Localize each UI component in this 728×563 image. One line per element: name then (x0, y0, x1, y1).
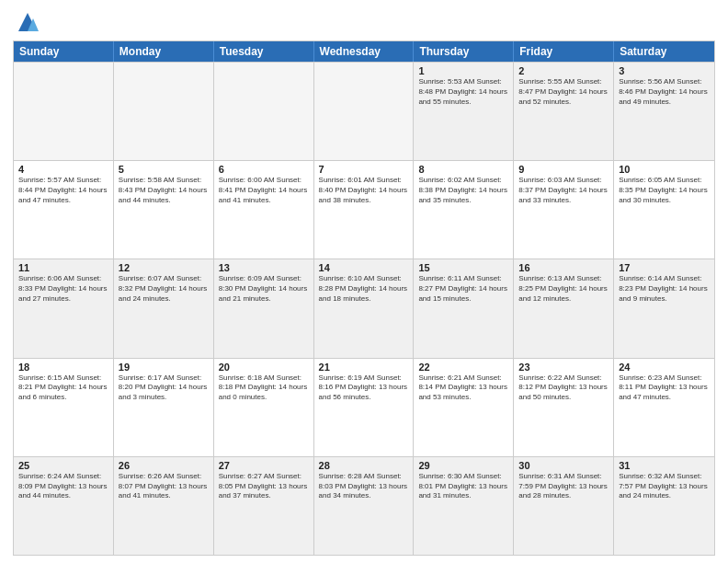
day-number: 27 (219, 460, 309, 471)
day-info: Sunrise: 5:53 AM Sunset: 8:48 PM Dayligh… (418, 77, 508, 107)
cal-cell-4-5: 30Sunrise: 6:31 AM Sunset: 7:59 PM Dayli… (514, 457, 614, 555)
cal-cell-3-4: 22Sunrise: 6:21 AM Sunset: 8:14 PM Dayli… (414, 359, 514, 456)
cal-cell-0-4: 1Sunrise: 5:53 AM Sunset: 8:48 PM Daylig… (414, 63, 514, 160)
day-info: Sunrise: 6:18 AM Sunset: 8:18 PM Dayligh… (219, 373, 309, 403)
cal-row-1: 4Sunrise: 5:57 AM Sunset: 8:44 PM Daylig… (14, 160, 714, 259)
cal-cell-3-3: 21Sunrise: 6:19 AM Sunset: 8:16 PM Dayli… (314, 359, 415, 456)
day-number: 9 (518, 164, 609, 175)
day-number: 17 (619, 262, 710, 273)
cal-header-cell-wednesday: Wednesday (314, 41, 415, 62)
cal-cell-0-6: 3Sunrise: 5:56 AM Sunset: 8:46 PM Daylig… (614, 63, 714, 160)
day-info: Sunrise: 6:21 AM Sunset: 8:14 PM Dayligh… (418, 373, 508, 403)
cal-header-cell-monday: Monday (114, 41, 214, 62)
day-number: 31 (619, 460, 710, 471)
day-info: Sunrise: 6:17 AM Sunset: 8:20 PM Dayligh… (119, 373, 209, 403)
day-info: Sunrise: 6:07 AM Sunset: 8:32 PM Dayligh… (119, 274, 209, 304)
cal-cell-1-1: 5Sunrise: 5:58 AM Sunset: 8:43 PM Daylig… (114, 161, 214, 259)
day-info: Sunrise: 5:57 AM Sunset: 8:44 PM Dayligh… (18, 176, 108, 205)
cal-cell-3-6: 24Sunrise: 6:23 AM Sunset: 8:11 PM Dayli… (614, 359, 714, 456)
day-info: Sunrise: 6:14 AM Sunset: 8:23 PM Dayligh… (619, 274, 710, 304)
day-info: Sunrise: 6:26 AM Sunset: 8:07 PM Dayligh… (119, 472, 209, 501)
cal-cell-1-4: 8Sunrise: 6:02 AM Sunset: 8:38 PM Daylig… (414, 161, 514, 259)
calendar: SundayMondayTuesdayWednesdayThursdayFrid… (13, 40, 715, 556)
cal-cell-1-5: 9Sunrise: 6:03 AM Sunset: 8:37 PM Daylig… (514, 161, 614, 259)
cal-header-cell-tuesday: Tuesday (214, 41, 314, 62)
cal-cell-4-4: 29Sunrise: 6:30 AM Sunset: 8:01 PM Dayli… (414, 457, 514, 555)
day-info: Sunrise: 6:05 AM Sunset: 8:35 PM Dayligh… (619, 176, 710, 205)
cal-row-3: 18Sunrise: 6:15 AM Sunset: 8:21 PM Dayli… (14, 358, 714, 456)
day-info: Sunrise: 6:11 AM Sunset: 8:27 PM Dayligh… (418, 274, 508, 304)
day-number: 19 (119, 362, 209, 373)
day-info: Sunrise: 6:10 AM Sunset: 8:28 PM Dayligh… (319, 274, 409, 304)
day-number: 10 (619, 164, 710, 175)
calendar-body: 1Sunrise: 5:53 AM Sunset: 8:48 PM Daylig… (14, 62, 714, 555)
day-number: 18 (18, 362, 108, 373)
cal-header-cell-sunday: Sunday (14, 41, 114, 62)
day-info: Sunrise: 6:22 AM Sunset: 8:12 PM Dayligh… (518, 373, 609, 403)
logo-icon (15, 9, 40, 35)
day-number: 21 (319, 362, 409, 373)
cal-cell-2-1: 12Sunrise: 6:07 AM Sunset: 8:32 PM Dayli… (114, 259, 214, 357)
cal-cell-4-0: 25Sunrise: 6:24 AM Sunset: 8:09 PM Dayli… (14, 457, 114, 555)
day-info: Sunrise: 6:30 AM Sunset: 8:01 PM Dayligh… (418, 472, 508, 501)
day-info: Sunrise: 6:32 AM Sunset: 7:57 PM Dayligh… (619, 472, 710, 501)
cal-cell-0-0 (14, 63, 114, 160)
day-number: 15 (418, 262, 508, 273)
day-number: 20 (219, 362, 309, 373)
day-info: Sunrise: 6:28 AM Sunset: 8:03 PM Dayligh… (319, 472, 409, 501)
cal-cell-2-0: 11Sunrise: 6:06 AM Sunset: 8:33 PM Dayli… (14, 259, 114, 357)
day-number: 14 (319, 262, 409, 273)
day-number: 7 (319, 164, 409, 175)
cal-cell-1-6: 10Sunrise: 6:05 AM Sunset: 8:35 PM Dayli… (614, 161, 714, 259)
logo (13, 9, 40, 35)
day-number: 2 (518, 65, 609, 76)
day-number: 8 (418, 164, 508, 175)
day-number: 11 (18, 262, 108, 273)
cal-cell-3-5: 23Sunrise: 6:22 AM Sunset: 8:12 PM Dayli… (514, 359, 614, 456)
day-info: Sunrise: 5:56 AM Sunset: 8:46 PM Dayligh… (619, 77, 710, 107)
day-info: Sunrise: 6:00 AM Sunset: 8:41 PM Dayligh… (219, 176, 309, 205)
cal-cell-4-1: 26Sunrise: 6:26 AM Sunset: 8:07 PM Dayli… (114, 457, 214, 555)
cal-header-cell-friday: Friday (514, 41, 614, 62)
cal-cell-2-2: 13Sunrise: 6:09 AM Sunset: 8:30 PM Dayli… (214, 259, 314, 357)
day-number: 6 (219, 164, 309, 175)
day-number: 23 (518, 362, 609, 373)
cal-cell-0-1 (114, 63, 214, 160)
day-number: 16 (518, 262, 609, 273)
cal-cell-1-3: 7Sunrise: 6:01 AM Sunset: 8:40 PM Daylig… (314, 161, 415, 259)
day-number: 25 (18, 460, 108, 471)
cal-row-2: 11Sunrise: 6:06 AM Sunset: 8:33 PM Dayli… (14, 259, 714, 357)
day-info: Sunrise: 5:55 AM Sunset: 8:47 PM Dayligh… (518, 77, 609, 107)
cal-row-0: 1Sunrise: 5:53 AM Sunset: 8:48 PM Daylig… (14, 62, 714, 160)
day-info: Sunrise: 6:13 AM Sunset: 8:25 PM Dayligh… (518, 274, 609, 304)
day-number: 26 (119, 460, 209, 471)
cal-cell-0-3 (314, 63, 415, 160)
cal-cell-3-2: 20Sunrise: 6:18 AM Sunset: 8:18 PM Dayli… (214, 359, 314, 456)
day-info: Sunrise: 6:27 AM Sunset: 8:05 PM Dayligh… (219, 472, 309, 501)
day-number: 1 (418, 65, 508, 76)
cal-cell-2-5: 16Sunrise: 6:13 AM Sunset: 8:25 PM Dayli… (514, 259, 614, 357)
calendar-header: SundayMondayTuesdayWednesdayThursdayFrid… (14, 41, 714, 62)
cal-cell-4-6: 31Sunrise: 6:32 AM Sunset: 7:57 PM Dayli… (614, 457, 714, 555)
day-info: Sunrise: 6:31 AM Sunset: 7:59 PM Dayligh… (518, 472, 609, 501)
cal-cell-4-3: 28Sunrise: 6:28 AM Sunset: 8:03 PM Dayli… (314, 457, 415, 555)
day-info: Sunrise: 6:02 AM Sunset: 8:38 PM Dayligh… (418, 176, 508, 205)
day-number: 12 (119, 262, 209, 273)
cal-cell-2-4: 15Sunrise: 6:11 AM Sunset: 8:27 PM Dayli… (414, 259, 514, 357)
day-number: 4 (18, 164, 108, 175)
cal-header-cell-saturday: Saturday (614, 41, 714, 62)
cal-cell-4-2: 27Sunrise: 6:27 AM Sunset: 8:05 PM Dayli… (214, 457, 314, 555)
day-info: Sunrise: 5:58 AM Sunset: 8:43 PM Dayligh… (119, 176, 209, 205)
day-info: Sunrise: 6:24 AM Sunset: 8:09 PM Dayligh… (18, 472, 108, 501)
day-info: Sunrise: 6:09 AM Sunset: 8:30 PM Dayligh… (219, 274, 309, 304)
day-number: 29 (418, 460, 508, 471)
cal-row-4: 25Sunrise: 6:24 AM Sunset: 8:09 PM Dayli… (14, 456, 714, 555)
day-info: Sunrise: 6:19 AM Sunset: 8:16 PM Dayligh… (319, 373, 409, 403)
day-number: 30 (518, 460, 609, 471)
day-info: Sunrise: 6:03 AM Sunset: 8:37 PM Dayligh… (518, 176, 609, 205)
day-number: 28 (319, 460, 409, 471)
day-info: Sunrise: 6:15 AM Sunset: 8:21 PM Dayligh… (18, 373, 108, 403)
day-info: Sunrise: 6:06 AM Sunset: 8:33 PM Dayligh… (18, 274, 108, 304)
cal-cell-3-0: 18Sunrise: 6:15 AM Sunset: 8:21 PM Dayli… (14, 359, 114, 456)
day-number: 3 (619, 65, 710, 76)
